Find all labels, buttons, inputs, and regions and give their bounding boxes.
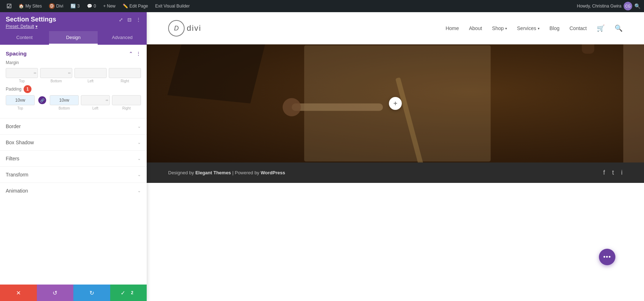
facebook-icon[interactable]: f	[603, 169, 605, 176]
instagram-icon[interactable]: i	[621, 169, 623, 176]
svg-rect-2	[292, 103, 383, 111]
margin-left-input[interactable]	[75, 70, 106, 76]
margin-left-label: Left	[88, 79, 94, 83]
border-title: Border	[6, 123, 21, 129]
box-shadow-section[interactable]: Box Shadow ⌄	[0, 134, 147, 150]
border-section[interactable]: Border ⌄	[0, 118, 147, 134]
margin-top-group: ⇔ Top	[6, 68, 38, 83]
margin-bottom-input[interactable]	[40, 70, 67, 76]
redo-button[interactable]: ↻	[73, 285, 110, 301]
howdy-label: Howdy, Christina Gwira	[577, 4, 621, 9]
padding-top-input[interactable]	[6, 97, 34, 103]
margin-right-input[interactable]	[109, 70, 141, 76]
site-nav: D divi Home About Shop Services Blog Con…	[147, 12, 644, 44]
more-options-icon[interactable]: ⋮	[136, 17, 141, 23]
save-button[interactable]: ✓ 2	[110, 285, 147, 301]
padding-bottom-wrap	[50, 95, 79, 105]
spacing-heading[interactable]: Spacing ⌃ ⋮	[0, 45, 147, 60]
svg-marker-0	[167, 44, 271, 103]
svg-rect-5	[582, 44, 594, 54]
margin-left-wrap	[74, 68, 107, 78]
tab-advanced[interactable]: Advanced	[98, 31, 147, 45]
padding-left-label: Left	[92, 106, 98, 110]
padding-badge: 1	[24, 85, 31, 93]
undo-button[interactable]: ↺	[37, 285, 74, 301]
divi-label: Divi	[56, 4, 63, 9]
columns-icon[interactable]: ⊟	[127, 17, 132, 23]
nav-about[interactable]: About	[469, 25, 482, 31]
twitter-icon[interactable]: t	[612, 169, 614, 176]
comments-item[interactable]: 🔄 3	[68, 3, 83, 9]
spacing-fields: Margin ⇔ Top ⇔	[0, 60, 147, 118]
border-chevron-icon: ⌄	[137, 124, 141, 129]
panel-body: Spacing ⌃ ⋮ Margin ⇔	[0, 45, 147, 285]
nav-search-icon[interactable]: 🔍	[615, 24, 623, 32]
bubbles-item[interactable]: 💬 0	[84, 3, 99, 9]
panel-header-top: Section Settings ⤢ ⊟ ⋮	[6, 16, 141, 23]
website-preview: D divi Home About Shop Services Blog Con…	[147, 12, 644, 301]
my-sites-item[interactable]: 🏠 My Sites	[16, 3, 45, 9]
tab-content[interactable]: Content	[0, 31, 49, 45]
nav-home[interactable]: Home	[445, 25, 459, 31]
footer-wordpress: WordPress	[260, 170, 285, 175]
margin-bottom-link-icon[interactable]: ⇔	[67, 71, 72, 75]
transform-chevron-icon: ⌄	[137, 172, 141, 177]
padding-left-group: ⇔ Left	[81, 95, 110, 110]
comments-count: 3	[77, 4, 80, 9]
tab-design[interactable]: Design	[49, 31, 98, 45]
footer-designed-by: Designed by	[168, 170, 195, 175]
margin-top-label: Top	[19, 79, 25, 83]
filters-section[interactable]: Filters ⌄	[0, 150, 147, 166]
spacing-heading-icons: ⌃ ⋮	[129, 51, 141, 57]
margin-top-input[interactable]	[6, 70, 33, 76]
padding-right-wrap	[112, 95, 141, 105]
wp-logo-item[interactable]: ☑	[4, 2, 14, 10]
site-footer: Designed by Elegant Themes | Powered by …	[147, 162, 644, 183]
divi-item[interactable]: D Divi	[46, 3, 66, 10]
search-icon[interactable]: 🔍	[634, 3, 640, 9]
nav-services[interactable]: Services	[517, 25, 540, 31]
margin-right-wrap	[109, 68, 141, 78]
exit-builder-item[interactable]: Exit Visual Builder	[152, 3, 193, 9]
filters-title: Filters	[6, 156, 19, 161]
padding-bottom-input[interactable]	[50, 97, 78, 103]
cart-icon[interactable]: 🛒	[597, 24, 605, 32]
animation-section[interactable]: Animation ⌄	[0, 183, 147, 199]
comments-label: 0	[94, 4, 96, 9]
spacing-chevron-icon[interactable]: ⌃	[129, 51, 133, 57]
padding-left-input[interactable]	[81, 97, 104, 103]
edit-page-item[interactable]: ✏️ Edit Page	[120, 3, 151, 9]
hero-area: +	[147, 44, 644, 162]
padding-link-button[interactable]: 🔗	[38, 96, 46, 104]
hero-background: +	[147, 44, 644, 162]
cancel-button[interactable]: ✕	[0, 285, 37, 301]
nav-shop[interactable]: Shop	[492, 25, 507, 31]
nav-blog[interactable]: Blog	[550, 25, 560, 31]
padding-right-label: Right	[122, 106, 131, 110]
transform-section[interactable]: Transform ⌄	[0, 166, 147, 183]
logo-circle: D	[168, 20, 185, 37]
margin-right-label: Right	[121, 79, 129, 83]
new-label: + New	[103, 4, 115, 9]
spacing-title: Spacing	[6, 50, 26, 57]
spacing-more-icon[interactable]: ⋮	[136, 51, 141, 57]
box-shadow-title: Box Shadow	[6, 140, 34, 145]
edit-page-label: Edit Page	[130, 4, 148, 9]
margin-bottom-wrap: ⇔	[40, 68, 72, 78]
padding-left-link-icon[interactable]: ⇔	[104, 98, 109, 102]
margin-label: Margin	[6, 60, 141, 65]
main-content: Section Settings ⤢ ⊟ ⋮ Preset: Default ▾…	[0, 12, 644, 301]
hero-add-button[interactable]: +	[389, 97, 402, 110]
fullscreen-icon[interactable]: ⤢	[119, 17, 123, 23]
admin-avatar[interactable]: CG	[624, 2, 632, 10]
svg-point-3	[283, 98, 301, 116]
transform-title: Transform	[6, 172, 28, 178]
admin-bar-right: Howdy, Christina Gwira CG 🔍	[577, 2, 640, 10]
nav-contact[interactable]: Contact	[570, 25, 587, 31]
below-footer-area	[147, 183, 644, 301]
panel-preset[interactable]: Preset: Default ▾	[6, 24, 141, 29]
new-item[interactable]: + New	[100, 3, 118, 9]
margin-top-link-icon[interactable]: ⇔	[33, 71, 38, 75]
padding-right-input[interactable]	[112, 97, 141, 103]
fab-button[interactable]: •••	[599, 249, 615, 265]
